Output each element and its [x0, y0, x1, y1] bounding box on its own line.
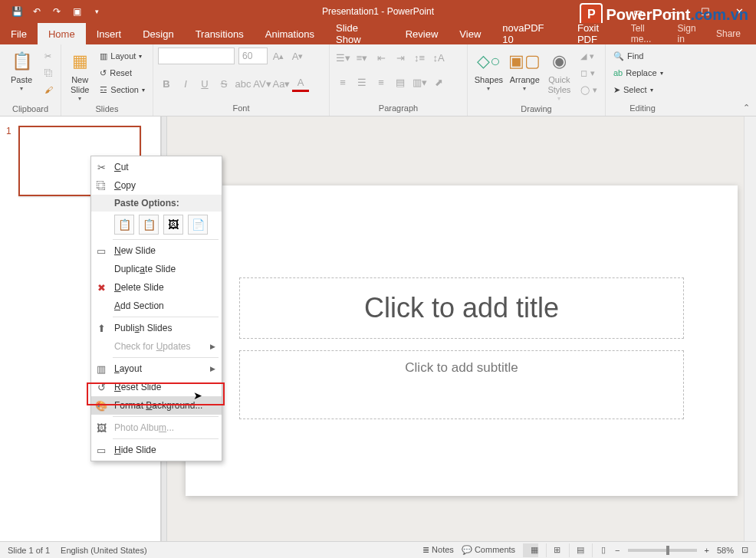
normal-view-icon[interactable]: ▦	[523, 543, 538, 557]
ctx-add-section[interactable]: Add Section	[91, 297, 222, 315]
zoom-slider[interactable]	[628, 549, 697, 552]
decrease-indent-icon[interactable]: ⇤	[373, 49, 390, 66]
font-family-input[interactable]	[158, 48, 235, 64]
save-icon[interactable]: 💾	[8, 2, 26, 21]
tab-animations[interactable]: Animations	[255, 23, 325, 44]
tell-me-text[interactable]: Tell me...	[631, 23, 666, 44]
group-label-drawing: Drawing	[472, 103, 600, 115]
tab-file[interactable]: File	[0, 23, 38, 44]
new-slide-button[interactable]: ▦ New Slide ▾	[66, 48, 94, 103]
tab-slideshow[interactable]: Slide Show	[325, 23, 395, 44]
tab-view[interactable]: View	[449, 23, 491, 44]
share-button[interactable]: Share	[716, 28, 741, 39]
tab-insert[interactable]: Insert	[86, 23, 133, 44]
find-button[interactable]: 🔍Find	[610, 48, 666, 64]
slide-sorter-view-icon[interactable]: ⊞	[546, 543, 561, 557]
columns-icon[interactable]: ▥▾	[411, 74, 428, 90]
copy-button[interactable]: ⿻	[41, 64, 56, 81]
find-icon: 🔍	[613, 51, 624, 61]
strikethrough-icon[interactable]: S	[215, 75, 232, 92]
smartart-icon[interactable]: ⬈	[430, 74, 447, 90]
paste-picture-icon[interactable]: 🖼	[163, 215, 183, 235]
vertical-scrollbar[interactable]	[744, 117, 756, 541]
select-button[interactable]: ➤Select ▾	[610, 81, 666, 98]
reading-view-icon[interactable]: ▤	[569, 543, 584, 557]
change-case-icon[interactable]: Aa▾	[273, 75, 290, 92]
tab-foxit[interactable]: Foxit PDF	[567, 23, 631, 44]
underline-icon[interactable]: U	[196, 75, 213, 92]
decrease-font-icon[interactable]: A▾	[289, 48, 306, 64]
slide-editor-area[interactable]: Click to add title Click to add subtitle	[167, 117, 756, 541]
slide-canvas[interactable]: Click to add title Click to add subtitle	[186, 185, 738, 496]
text-direction-icon[interactable]: ↕A	[430, 49, 447, 66]
ctx-hide-slide[interactable]: ▭Hide Slide	[91, 441, 222, 459]
italic-icon[interactable]: I	[177, 75, 194, 92]
arrange-button[interactable]: ▣▢ Arrange ▾	[508, 48, 541, 103]
ctx-publish-slides[interactable]: ⬆Publish Slides	[91, 319, 222, 337]
quick-styles-button[interactable]: ◉ Quick Styles ▾	[544, 48, 574, 103]
layout-icon: ▥	[94, 362, 108, 376]
align-left-icon[interactable]: ≡	[334, 74, 351, 90]
zoom-out-icon[interactable]: −	[615, 546, 620, 555]
layout-button[interactable]: ▥Layout ▾	[97, 48, 148, 64]
shape-outline-button[interactable]: ◻▾	[577, 64, 600, 81]
reset-button[interactable]: ↺Reset	[97, 64, 148, 81]
cut-button[interactable]: ✂	[41, 48, 56, 64]
thumbnail-number: 1	[6, 126, 14, 196]
char-spacing-icon[interactable]: AV▾	[254, 75, 271, 92]
shadow-icon[interactable]: abc	[235, 75, 251, 92]
ctx-delete-slide[interactable]: ✖Delete Slide	[91, 278, 222, 297]
paste-text-only-icon[interactable]: 📄	[188, 215, 208, 235]
bold-icon[interactable]: B	[158, 75, 175, 92]
increase-font-icon[interactable]: A▴	[270, 48, 287, 64]
section-button[interactable]: ☲Section ▾	[97, 81, 148, 98]
format-painter-button[interactable]: 🖌	[41, 81, 56, 98]
group-label-editing: Editing	[610, 102, 675, 114]
font-color-icon[interactable]: A	[292, 75, 309, 92]
notes-toggle[interactable]: ≣ Notes	[422, 545, 454, 555]
paste-keep-source-icon[interactable]: 📋	[139, 215, 159, 235]
subtitle-placeholder[interactable]: Click to add subtitle	[239, 350, 684, 419]
ctx-layout[interactable]: ▥Layout▶	[91, 359, 222, 378]
undo-icon[interactable]: ↶	[28, 2, 46, 21]
start-from-beginning-icon[interactable]: ▣	[67, 2, 86, 21]
sign-in-link[interactable]: Sign in	[678, 23, 704, 44]
shape-fill-button[interactable]: ◢▾	[577, 48, 600, 64]
shape-effects-button[interactable]: ◯▾	[577, 81, 600, 98]
zoom-in-icon[interactable]: +	[705, 546, 709, 555]
slideshow-view-icon[interactable]: ▯	[592, 543, 607, 557]
ctx-cut[interactable]: ✂Cut	[91, 158, 222, 176]
title-placeholder[interactable]: Click to add title	[239, 277, 684, 339]
align-center-icon[interactable]: ☰	[353, 74, 370, 90]
redo-icon[interactable]: ↷	[48, 2, 66, 21]
justify-icon[interactable]: ▤	[392, 74, 409, 90]
tab-review[interactable]: Review	[395, 23, 449, 44]
increase-indent-icon[interactable]: ⇥	[392, 49, 409, 66]
tab-home[interactable]: Home	[38, 23, 86, 44]
tab-novapdf[interactable]: novaPDF 10	[491, 23, 567, 44]
line-spacing-icon[interactable]: ↕≡	[411, 49, 428, 66]
bullets-icon[interactable]: ☰▾	[334, 49, 351, 66]
ctx-reset-slide[interactable]: ↺Reset Slide	[91, 378, 222, 396]
ctx-new-slide[interactable]: ▭New Slide	[91, 241, 222, 260]
status-slide-info[interactable]: Slide 1 of 1	[8, 546, 50, 555]
qat-customize-icon[interactable]: ▾	[87, 2, 106, 21]
status-language[interactable]: English (United States)	[61, 546, 147, 555]
ctx-copy[interactable]: ⿻Copy	[91, 176, 222, 195]
shapes-button[interactable]: ◇○ Shapes ▾	[472, 48, 505, 103]
zoom-level[interactable]: 58%	[717, 546, 734, 555]
paste-button[interactable]: 📋 Paste ▾	[5, 48, 38, 103]
ctx-duplicate-slide[interactable]: Duplicate Slide	[91, 260, 222, 278]
outline-icon: ◻	[580, 68, 587, 78]
tab-design[interactable]: Design	[132, 23, 184, 44]
align-right-icon[interactable]: ≡	[373, 74, 390, 90]
numbering-icon[interactable]: ≡▾	[353, 49, 370, 66]
collapse-ribbon-icon[interactable]: ⌃	[743, 103, 750, 113]
ctx-format-background[interactable]: 🎨Format Background...	[91, 396, 222, 415]
tab-transitions[interactable]: Transitions	[185, 23, 255, 44]
comments-toggle[interactable]: 💬 Comments	[462, 545, 515, 555]
fit-to-window-icon[interactable]: ⊡	[741, 545, 748, 555]
replace-button[interactable]: abReplace ▾	[610, 64, 666, 81]
font-size-input[interactable]: 60	[238, 48, 268, 64]
paste-dest-theme-icon[interactable]: 📋	[114, 215, 134, 235]
